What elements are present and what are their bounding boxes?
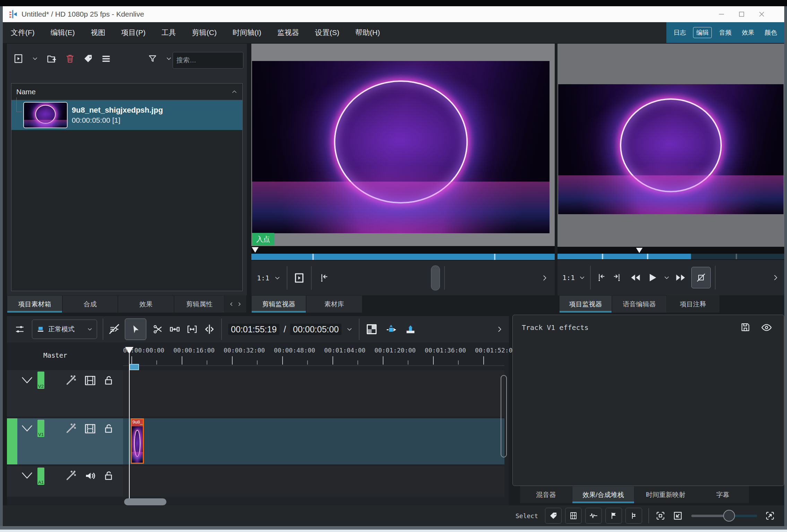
timecode-chevron-icon[interactable] <box>346 326 353 332</box>
spacer-tool-icon[interactable] <box>169 324 180 335</box>
track-header-v1[interactable]: V1 <box>7 418 123 464</box>
show-marker-comments-button[interactable] <box>605 508 622 524</box>
track-header-a1[interactable]: A1 <box>7 466 123 497</box>
collapse-chevron-icon[interactable] <box>21 471 33 480</box>
tab-effects[interactable]: 效果 <box>118 295 174 313</box>
clip-monitor-zoombar[interactable] <box>251 254 555 260</box>
tab-compositions[interactable]: 合成 <box>62 295 118 313</box>
bin-name-header[interactable]: Name <box>11 84 242 100</box>
zoom-out-icon[interactable] <box>673 511 683 521</box>
track-target-v1[interactable]: V1 <box>37 420 44 437</box>
zone-mode-button[interactable] <box>691 267 711 288</box>
track-effects-wand-icon[interactable] <box>65 470 77 481</box>
show-audio-thumbnails-button[interactable] <box>585 508 602 524</box>
menu-timeline[interactable]: 时间轴(I) <box>225 28 269 37</box>
lock-track-icon[interactable] <box>103 422 114 434</box>
workspace-editing[interactable]: 编辑 <box>693 27 712 38</box>
tab-project-bin[interactable]: 项目素材箱 <box>7 295 62 313</box>
forward-icon[interactable] <box>675 272 686 283</box>
clip-monitor-ruler[interactable] <box>251 246 555 254</box>
tab-project-notes[interactable]: 项目注释 <box>667 295 719 313</box>
menu-edit[interactable]: 编辑(E) <box>43 28 83 37</box>
clip-monitor-video[interactable] <box>252 61 550 233</box>
track-effects-wand-icon[interactable] <box>65 374 77 386</box>
menu-tools[interactable]: 工具 <box>154 28 184 37</box>
menu-settings[interactable]: 设置(S) <box>307 28 347 37</box>
master-track-label[interactable]: Master <box>43 351 67 359</box>
rewind-icon[interactable] <box>630 272 641 283</box>
menu-monitor[interactable]: 监视器 <box>269 28 307 37</box>
play-chevron-icon[interactable] <box>664 274 670 281</box>
maximize-button[interactable] <box>732 7 752 21</box>
save-effect-stack-icon[interactable] <box>740 322 751 332</box>
lock-track-icon[interactable] <box>103 470 114 481</box>
track-target-a1[interactable]: A1 <box>37 468 44 485</box>
add-clip-chevron-icon[interactable] <box>32 55 38 62</box>
timeline-timecode[interactable]: 00:01:55:19 / 00:00:05:00 <box>228 324 341 335</box>
timeline-settings-icon[interactable] <box>15 324 25 334</box>
menu-clip[interactable]: 剪辑(C) <box>184 28 225 37</box>
mute-speaker-icon[interactable] <box>84 470 96 482</box>
filter-chevron-icon[interactable] <box>166 55 172 62</box>
monitor-volume-slider[interactable] <box>431 265 440 290</box>
track-target-v2[interactable]: V2 <box>37 372 44 389</box>
show-markers-button[interactable] <box>545 508 562 524</box>
tab-scroll-left-icon[interactable] <box>229 302 234 307</box>
project-zoom-level[interactable]: 1:1 <box>562 273 575 282</box>
add-clip-icon[interactable] <box>13 53 24 64</box>
tab-scroll-right-icon[interactable] <box>237 302 242 307</box>
resize-item-icon[interactable] <box>187 324 198 335</box>
play-icon[interactable] <box>647 272 658 283</box>
split-audio-video-icon[interactable] <box>204 324 215 335</box>
toolbar-overflow-chevron-icon[interactable] <box>496 325 503 333</box>
filter-icon[interactable] <box>148 54 157 63</box>
menu-project[interactable]: 项目(P) <box>113 28 154 37</box>
tab-subtitles[interactable]: 字幕 <box>697 486 749 503</box>
clip-monitor-icon[interactable] <box>294 272 305 284</box>
minimize-button[interactable] <box>711 7 732 21</box>
track-effects-wand-icon[interactable] <box>65 422 77 434</box>
bin-search-input[interactable]: 搜索… <box>173 52 243 69</box>
project-monitor-ruler[interactable] <box>557 247 784 254</box>
track-active-bar-v1[interactable] <box>7 418 17 464</box>
delete-icon[interactable] <box>65 54 75 63</box>
tab-project-monitor[interactable]: 项目监视器 <box>559 295 612 313</box>
bin-menu-icon[interactable] <box>101 54 111 63</box>
menu-view[interactable]: 视图 <box>83 28 113 37</box>
tab-library[interactable]: 素材库 <box>306 295 362 313</box>
tab-speech-editor[interactable]: 语音编辑器 <box>612 295 667 313</box>
tab-clip-properties[interactable]: 剪辑属性 <box>174 295 225 313</box>
show-video-thumbnails-button[interactable] <box>565 508 582 524</box>
zoom-in-expand-icon[interactable] <box>765 511 775 521</box>
hide-video-film-icon[interactable] <box>84 422 96 435</box>
tab-effect-stack[interactable]: 效果/合成堆栈 <box>572 486 634 503</box>
tab-scroll-arrows[interactable] <box>225 295 246 313</box>
fit-zoom-icon[interactable] <box>655 511 666 521</box>
razor-tool-icon[interactable] <box>153 324 163 334</box>
zoom-chevron-icon[interactable] <box>579 274 585 281</box>
workspace-effects[interactable]: 效果 <box>739 27 758 38</box>
tab-time-remap[interactable]: 时间重新映射 <box>634 486 697 503</box>
clip-zoom-level[interactable]: 1:1 <box>257 274 269 282</box>
lock-track-icon[interactable] <box>103 374 114 386</box>
toolbar-overflow-chevron-icon[interactable] <box>772 274 779 281</box>
track-lane-a1[interactable] <box>123 466 504 497</box>
show-effects-eye-icon[interactable] <box>761 322 772 333</box>
timeline-zoom-slider[interactable] <box>691 508 757 524</box>
set-in-point-icon[interactable] <box>596 273 605 282</box>
create-folder-icon[interactable] <box>46 53 57 64</box>
edit-mode-dropdown[interactable]: 正常模式 <box>32 320 97 339</box>
slider-handle[interactable] <box>723 510 735 522</box>
zoom-chevron-icon[interactable] <box>274 275 280 281</box>
timeline-clip[interactable]: 9u8_ <box>131 418 144 464</box>
timeline-playhead-line[interactable] <box>129 349 130 500</box>
timeline-vertical-scrollbar[interactable] <box>501 375 507 457</box>
thumbnails-mode-icon[interactable] <box>366 323 378 335</box>
workspace-logging[interactable]: 日志 <box>671 27 689 38</box>
toolbar-overflow-chevron-icon[interactable] <box>541 274 548 282</box>
workspace-color[interactable]: 颜色 <box>761 27 780 38</box>
menu-file[interactable]: 文件(F) <box>3 28 43 37</box>
bin-clip-row[interactable]: 9u8_net_shigjxedpsh.jpg 00:00:05:00 [1] <box>11 100 242 130</box>
sort-chevron-up-icon[interactable] <box>231 89 237 95</box>
overwrite-zone-icon[interactable] <box>405 323 416 335</box>
